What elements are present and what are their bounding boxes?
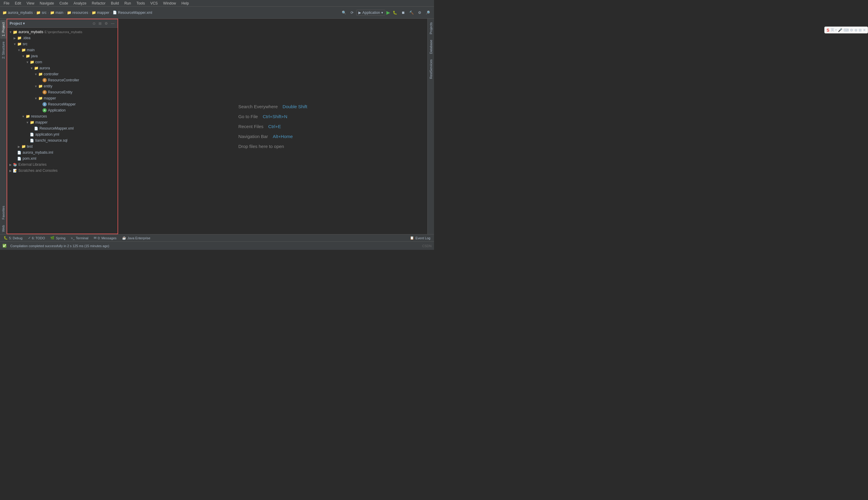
tree-item-aurora[interactable]: ▼ 📁 aurora [7, 65, 117, 71]
tree-item-ResourceMapper.xml[interactable]: 📄 ResourceMapper.xml [7, 125, 117, 132]
right-sidebar-tabs: Projects Database RestServices [427, 19, 434, 234]
sidebar-tab-web[interactable]: Web [0, 223, 6, 234]
shortcut-search-label: Search Everywhere [238, 104, 278, 109]
tree-item-ResourceEntity[interactable]: C ResourceEntity [7, 89, 117, 95]
shortcut-drop-label: Drop files here to open [238, 144, 284, 149]
shortcut-recent-label: Recent Files [238, 124, 263, 129]
tree-item-com[interactable]: ▼ 📁 com [7, 59, 117, 65]
bottom-tab-java-enterprise[interactable]: ☕ Java Enterprise [119, 235, 153, 240]
tree-item-java[interactable]: ▼ 📁 java [7, 53, 117, 59]
tree-item-application.yml[interactable]: 📄 application.yml [7, 132, 117, 137]
tree-label: ResourceMapper [48, 102, 76, 106]
shortcut-search-key[interactable]: Double Shift [283, 104, 307, 109]
panel-layout-btn[interactable]: ⊞ [98, 21, 102, 26]
status-message: Compilation completed successfully in 2 … [10, 244, 109, 248]
sidebar-tab-favorites[interactable]: Favorites [0, 203, 6, 222]
tree-item-tianchi_resource.sql[interactable]: 📄 tianchi_resource.sql [7, 137, 117, 144]
tree-item-aurora_mybatis.iml[interactable]: 📄 aurora_mybatis.iml [7, 149, 117, 156]
breadcrumb-src[interactable]: 📁 src [36, 11, 46, 15]
sidebar-tab-project[interactable]: 1: Project [0, 20, 6, 38]
breadcrumb-mapper[interactable]: 📁 mapper [92, 11, 110, 15]
maven-icon: 📄 [17, 156, 22, 161]
sql-icon: 📄 [30, 138, 34, 143]
menu-analyze[interactable]: Analyze [71, 1, 89, 6]
tree-item-Application[interactable]: A Application [7, 107, 117, 113]
panel-settings-btn[interactable]: ⚙ [104, 21, 108, 26]
toggle-icon [30, 126, 34, 130]
debug-button[interactable]: 🐛 [391, 10, 399, 16]
toggle-icon [38, 108, 42, 112]
shortcut-drop: Drop files here to open [238, 144, 307, 149]
file-tree: ▼ 📁 aurora_mybatis E:\project\aurora_myb… [7, 28, 117, 234]
menu-vcs[interactable]: VCS [148, 1, 160, 6]
breadcrumb-project[interactable]: 📁 aurora_mybatis [2, 11, 33, 15]
menu-file[interactable]: File [1, 1, 12, 6]
status-left: ✅ Compilation completed successfully in … [2, 244, 419, 248]
breadcrumb-file[interactable]: 📄 ResourceMapper.xml [113, 11, 152, 15]
breadcrumb-resources[interactable]: 📁 resources [67, 11, 88, 15]
tree-item-mapper[interactable]: ▼ 📁 mapper [7, 95, 117, 101]
build-button[interactable]: 🔨 [408, 10, 415, 16]
tree-item-main[interactable]: ▼ 📁 main [7, 47, 117, 53]
search-everywhere-button[interactable]: 🔎 [424, 10, 432, 16]
toggle-icon: ▼ [9, 30, 13, 34]
shortcut-recent: Recent Files Ctrl+E [238, 124, 307, 129]
tree-item-ResourceMapper[interactable]: I ResourceMapper [7, 101, 117, 107]
tree-item-entity[interactable]: ▼ 📁 entity [7, 83, 117, 89]
shortcut-goto-key[interactable]: Ctrl+Shift+N [263, 114, 287, 119]
project-icon: 📁 [2, 11, 7, 15]
tree-item-pom.xml[interactable]: 📄 pom.xml [7, 156, 117, 161]
menu-run[interactable]: Run [122, 1, 134, 6]
tree-label: pom.xml [23, 156, 36, 161]
bottom-tab-todo[interactable]: ✓ 6: TODO [26, 235, 48, 240]
sidebar-tab-structure[interactable]: 2: Structure [0, 39, 6, 61]
breadcrumb-main[interactable]: 📁 main [50, 11, 63, 15]
run-button[interactable]: ▶ [386, 10, 390, 15]
magnify-btn[interactable]: 🔍 [340, 10, 348, 16]
right-tab-rest[interactable]: RestServices [428, 57, 434, 81]
menu-window[interactable]: Window [161, 1, 179, 6]
tree-label: application.yml [35, 132, 59, 137]
panel-close-btn[interactable]: — [110, 21, 115, 26]
toggle-icon: ▼ [25, 60, 30, 64]
bottom-tab-terminal[interactable]: >_ Terminal [68, 236, 91, 240]
xml-icon: 📄 [113, 11, 117, 14]
tree-item-root[interactable]: ▼ 📁 aurora_mybatis E:\project\aurora_myb… [7, 29, 117, 35]
run-config-selector[interactable]: ▶ Application ▾ [356, 10, 385, 16]
tree-item-resources[interactable]: ▼ 📁 resources [7, 113, 117, 120]
menu-navigate[interactable]: Navigate [37, 1, 56, 6]
toggle-icon [13, 150, 17, 155]
panel-locate-btn[interactable]: ⊙ [92, 21, 96, 26]
bottom-tab-messages[interactable]: ✉ 0: Messages [91, 235, 119, 240]
stop-button[interactable]: ⏹ [400, 10, 407, 16]
shortcut-nav-key[interactable]: Alt+Home [273, 134, 293, 139]
tree-item-src[interactable]: ▼ 📁 src [7, 41, 117, 47]
tree-item-controller[interactable]: ▼ 📁 controller [7, 71, 117, 77]
menu-help[interactable]: Help [179, 1, 191, 6]
java-class-icon: C [42, 90, 47, 95]
folder-icon: 📁 [92, 11, 96, 15]
shortcut-recent-key[interactable]: Ctrl+E [268, 124, 281, 129]
right-tab-projects[interactable]: Projects [428, 20, 434, 37]
menu-edit[interactable]: Edit [12, 1, 23, 6]
menu-refactor[interactable]: Refactor [90, 1, 108, 6]
menu-tools[interactable]: Tools [134, 1, 147, 6]
tree-item-scratches[interactable]: ▶ 📝 Scratches and Consoles [7, 168, 117, 174]
menu-code[interactable]: Code [57, 1, 70, 6]
tree-item-test[interactable]: ▶ 📁 test [7, 144, 117, 149]
tree-item-idea[interactable]: ▶ 📁 .idea [7, 35, 117, 41]
folder-icon: 📁 [25, 114, 30, 119]
menu-build[interactable]: Build [108, 1, 122, 6]
tree-item-external-libs[interactable]: ▶ 📚 External Libraries [7, 161, 117, 168]
tree-item-ResourceController[interactable]: C ResourceController [7, 77, 117, 83]
right-tab-database[interactable]: Database [428, 37, 434, 56]
settings-button[interactable]: ⚙ [416, 10, 423, 16]
event-log-tab[interactable]: 📋 Event Log [408, 235, 433, 240]
editor-area[interactable]: Search Everywhere Double Shift Go to Fil… [118, 19, 427, 234]
bottom-tab-spring[interactable]: 🌿 Spring [48, 235, 68, 240]
tree-item-mapper-res[interactable]: ▼ 📁 mapper [7, 120, 117, 125]
menu-view[interactable]: View [24, 1, 37, 6]
reload-btn[interactable]: ⟳ [349, 10, 355, 16]
bottom-tab-debug[interactable]: 🐛 5: Debug [1, 235, 25, 240]
toggle-icon: ▼ [30, 66, 34, 70]
